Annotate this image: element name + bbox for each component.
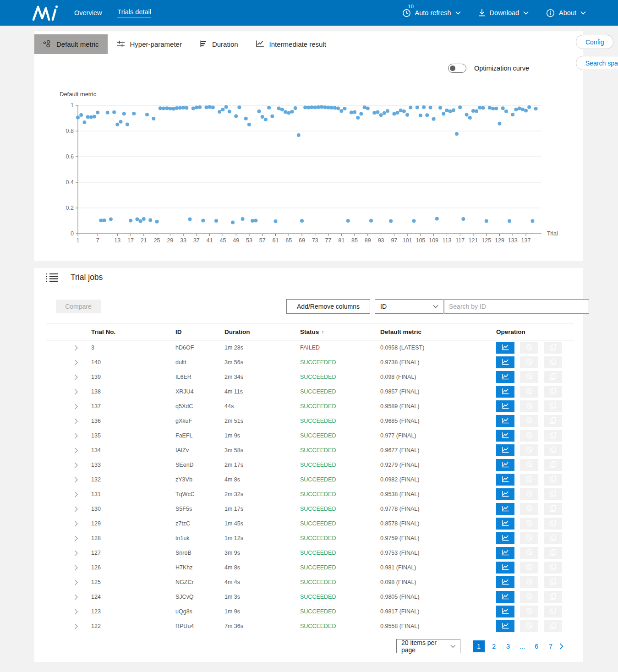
copy-parameters-button[interactable]: [544, 562, 562, 574]
row-expander[interactable]: [46, 623, 91, 629]
intermediate-result-button[interactable]: [496, 547, 514, 559]
tab-hyper-parameter[interactable]: Hyper-parameter: [108, 34, 191, 54]
auto-refresh-menu[interactable]: 10 Auto refresh: [402, 9, 461, 17]
tab-duration[interactable]: Duration: [191, 34, 247, 54]
nav-trials-detail[interactable]: Trials detail: [117, 8, 151, 17]
search-input[interactable]: [444, 299, 589, 314]
copy-parameters-button[interactable]: [544, 371, 562, 383]
intermediate-result-button[interactable]: [496, 532, 514, 544]
copy-parameters-button[interactable]: [544, 503, 562, 515]
intermediate-result-button[interactable]: [496, 488, 514, 500]
add-remove-columns-button[interactable]: Add/Remove columns: [286, 299, 370, 314]
intermediate-result-button[interactable]: [496, 576, 514, 588]
page-button-1[interactable]: 1: [473, 640, 485, 652]
intermediate-result-button[interactable]: [496, 474, 514, 486]
kill-job-button[interactable]: [520, 415, 538, 427]
row-expander[interactable]: [46, 418, 91, 424]
page-button-6[interactable]: 6: [531, 640, 541, 652]
row-expander[interactable]: [46, 579, 91, 585]
row-expander[interactable]: [46, 462, 91, 468]
copy-parameters-button[interactable]: [544, 356, 562, 368]
row-expander[interactable]: [46, 360, 91, 366]
row-expander[interactable]: [46, 535, 91, 541]
column-header-default-metric[interactable]: Default metric: [380, 328, 496, 335]
kill-job-button[interactable]: [520, 444, 538, 456]
copy-parameters-button[interactable]: [544, 430, 562, 442]
row-expander[interactable]: [46, 506, 91, 512]
nav-overview[interactable]: Overview: [74, 9, 102, 16]
kill-job-button[interactable]: [520, 371, 538, 383]
tab-intermediate-result[interactable]: Intermediate result: [247, 34, 335, 54]
kill-job-button[interactable]: [520, 342, 538, 354]
column-header-trial-no-[interactable]: Trial No.: [91, 328, 175, 335]
page-button-3[interactable]: 3: [503, 640, 513, 652]
row-expander[interactable]: [46, 374, 91, 380]
intermediate-result-button[interactable]: [496, 620, 514, 632]
kill-job-button[interactable]: [520, 488, 538, 500]
column-header-status[interactable]: Status↑: [300, 328, 380, 335]
copy-parameters-button[interactable]: [544, 415, 562, 427]
copy-parameters-button[interactable]: [544, 444, 562, 456]
intermediate-result-button[interactable]: [496, 342, 514, 354]
row-expander[interactable]: [46, 565, 91, 571]
copy-parameters-button[interactable]: [544, 474, 562, 486]
intermediate-result-button[interactable]: [496, 503, 514, 515]
row-expander[interactable]: [46, 609, 91, 615]
intermediate-result-button[interactable]: [496, 400, 514, 412]
intermediate-result-button[interactable]: [496, 356, 514, 368]
copy-parameters-button[interactable]: [544, 488, 562, 500]
kill-job-button[interactable]: [520, 620, 538, 632]
intermediate-result-button[interactable]: [496, 430, 514, 442]
column-header-operation[interactable]: Operation: [496, 328, 574, 335]
row-expander[interactable]: [46, 404, 91, 410]
items-per-page-select[interactable]: 20 items per page: [396, 639, 460, 653]
kill-job-button[interactable]: [520, 606, 538, 617]
kill-job-button[interactable]: [520, 459, 538, 471]
intermediate-result-button[interactable]: [496, 386, 514, 398]
intermediate-result-button[interactable]: [496, 606, 514, 617]
copy-parameters-button[interactable]: [544, 532, 562, 544]
kill-job-button[interactable]: [520, 532, 538, 544]
kill-job-button[interactable]: [520, 562, 538, 574]
copy-parameters-button[interactable]: [544, 547, 562, 559]
copy-parameters-button[interactable]: [544, 576, 562, 588]
row-expander[interactable]: [46, 389, 91, 395]
copy-parameters-button[interactable]: [544, 518, 562, 530]
row-expander[interactable]: [46, 477, 91, 483]
kill-job-button[interactable]: [520, 356, 538, 368]
copy-parameters-button[interactable]: [544, 342, 562, 354]
intermediate-result-button[interactable]: [496, 444, 514, 456]
copy-parameters-button[interactable]: [544, 386, 562, 398]
kill-job-button[interactable]: [520, 518, 538, 530]
kill-job-button[interactable]: [520, 430, 538, 442]
column-header-duration[interactable]: Duration: [224, 328, 300, 335]
copy-parameters-button[interactable]: [544, 606, 562, 617]
kill-job-button[interactable]: [520, 591, 538, 603]
intermediate-result-button[interactable]: [496, 459, 514, 471]
intermediate-result-button[interactable]: [496, 562, 514, 574]
kill-job-button[interactable]: [520, 576, 538, 588]
intermediate-result-button[interactable]: [496, 591, 514, 603]
copy-parameters-button[interactable]: [544, 400, 562, 412]
intermediate-result-button[interactable]: [496, 415, 514, 427]
download-menu[interactable]: Download: [478, 9, 529, 17]
kill-job-button[interactable]: [520, 386, 538, 398]
row-expander[interactable]: [46, 550, 91, 556]
filter-column-select[interactable]: ID: [375, 299, 443, 314]
page-button-7[interactable]: 7: [546, 640, 556, 652]
row-expander[interactable]: [46, 345, 91, 351]
row-expander[interactable]: [46, 594, 91, 600]
copy-parameters-button[interactable]: [544, 591, 562, 603]
row-expander[interactable]: [46, 492, 91, 497]
column-header-id[interactable]: ID: [175, 328, 224, 335]
config-button[interactable]: Config: [576, 35, 613, 49]
intermediate-result-button[interactable]: [496, 371, 514, 383]
tab-default-metric[interactable]: Default metric: [34, 34, 108, 54]
page-button-2[interactable]: 2: [489, 640, 499, 652]
kill-job-button[interactable]: [520, 503, 538, 515]
kill-job-button[interactable]: [520, 547, 538, 559]
copy-parameters-button[interactable]: [544, 620, 562, 632]
optimization-curve-toggle[interactable]: [448, 64, 466, 73]
copy-parameters-button[interactable]: [544, 459, 562, 471]
kill-job-button[interactable]: [520, 474, 538, 486]
